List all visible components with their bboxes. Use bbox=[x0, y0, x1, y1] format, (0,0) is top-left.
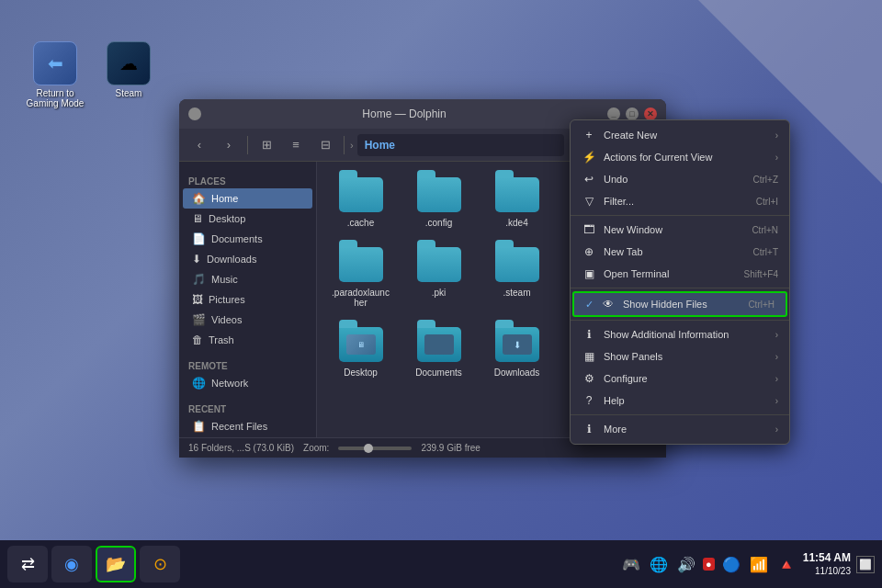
show-panels-arrow: › bbox=[775, 352, 778, 362]
pictures-icon: 🖼 bbox=[192, 293, 203, 306]
browser-icon: ◉ bbox=[64, 554, 79, 574]
menu-item-actions-view[interactable]: ⚡ Actions for Current View › bbox=[571, 146, 789, 168]
network-tray-icon[interactable]: 🌐 bbox=[648, 554, 670, 575]
menu-item-configure[interactable]: ⚙ Configure › bbox=[571, 368, 789, 390]
dolphin-sidebar: Places 🏠 Home 🖥 Desktop 📄 Documents bbox=[179, 162, 317, 437]
taskbar-btn-switch[interactable]: ⇄ bbox=[7, 546, 48, 582]
menu-item-more-label: More bbox=[604, 424, 627, 435]
context-menu: + Create New › ⚡ Actions for Current Vie… bbox=[570, 119, 790, 445]
file-label-paradox: .paradoxlauncher bbox=[330, 288, 391, 308]
window-question[interactable]: ? bbox=[188, 107, 201, 120]
sidebar-item-downloads[interactable]: ⬇ Downloads bbox=[183, 249, 312, 269]
record-tray-icon[interactable]: ● bbox=[703, 558, 715, 571]
sidebar-section-remote: Remote 🌐 Network bbox=[179, 354, 316, 397]
file-item-desktop-folder[interactable]: 🖥 Desktop bbox=[326, 321, 395, 381]
sidebar-item-videos[interactable]: 🎬 Videos bbox=[183, 310, 312, 330]
new-tab-icon: ⊕ bbox=[582, 245, 596, 258]
sidebar-item-trash[interactable]: 🗑 Trash bbox=[183, 330, 312, 350]
window-minimize-btn[interactable]: _ bbox=[607, 107, 620, 120]
more-icon: ℹ bbox=[582, 423, 596, 435]
taskbar-clock[interactable]: 11:54 AM 11/10/23 bbox=[803, 551, 851, 578]
menu-item-new-tab[interactable]: ⊕ New Tab Ctrl+T bbox=[571, 241, 789, 263]
file-item-cache[interactable]: .cache bbox=[326, 171, 395, 232]
file-item-config[interactable]: .config bbox=[404, 171, 473, 232]
show-additional-icon: ℹ bbox=[582, 328, 596, 341]
files-icon: 📂 bbox=[106, 554, 126, 574]
window-close-btn[interactable]: ✕ bbox=[644, 107, 657, 120]
menu-item-undo[interactable]: ↩ Undo Ctrl+Z bbox=[571, 168, 789, 190]
zoom-label: Zoom: bbox=[303, 443, 329, 453]
taskbar-btn-browser[interactable]: ◉ bbox=[51, 546, 92, 582]
volume-tray-icon[interactable]: 🔊 bbox=[675, 554, 697, 575]
file-item-kde4[interactable]: .kde4 bbox=[482, 171, 551, 232]
sidebar-section-recent-title: Recent bbox=[179, 401, 316, 416]
steam-tray-icon[interactable]: 🎮 bbox=[620, 554, 642, 575]
menu-item-filter[interactable]: ▽ Filter... Ctrl+I bbox=[571, 190, 789, 212]
file-item-steam[interactable]: .steam bbox=[482, 241, 551, 311]
toolbar-separator-1 bbox=[247, 136, 248, 154]
menu-item-show-hidden[interactable]: ✓ 👁 Show Hidden Files Ctrl+H bbox=[572, 291, 787, 317]
address-bar[interactable]: Home bbox=[357, 134, 564, 156]
menu-item-show-hidden-label: Show Hidden Files bbox=[623, 299, 707, 310]
menu-item-open-terminal[interactable]: ▣ Open Terminal Shift+F4 bbox=[571, 263, 789, 285]
menu-item-show-additional[interactable]: ℹ Show Additional Information › bbox=[571, 323, 789, 345]
taskbar-btn-files[interactable]: 📂 bbox=[96, 546, 136, 582]
desktop-icon-return-gaming[interactable]: ⬅ Return to Gaming Mode bbox=[23, 41, 87, 108]
sidebar-item-desktop[interactable]: 🖥 Desktop bbox=[183, 209, 312, 229]
desktop-icon: 🖥 bbox=[192, 212, 203, 225]
file-item-paradox[interactable]: .paradoxlauncher bbox=[326, 241, 395, 311]
undo-shortcut: Ctrl+Z bbox=[753, 175, 779, 185]
toolbar-separator-2 bbox=[344, 136, 345, 154]
menu-item-show-additional-label: Show Additional Information bbox=[604, 329, 729, 340]
menu-item-configure-label: Configure bbox=[604, 373, 648, 384]
recent-files-icon: 📋 bbox=[192, 420, 206, 433]
menu-item-create-new[interactable]: + Create New › bbox=[571, 124, 789, 146]
view-compact-btn[interactable]: ⊟ bbox=[312, 133, 338, 157]
file-item-documents-folder[interactable]: Documents bbox=[404, 321, 473, 381]
trash-icon: 🗑 bbox=[192, 334, 203, 346]
clock-date: 11/10/23 bbox=[803, 565, 851, 577]
file-label-cache: .cache bbox=[347, 218, 374, 228]
view-icon-btn[interactable]: ⊞ bbox=[254, 133, 279, 157]
address-arrow: › bbox=[350, 140, 354, 151]
expand-tray-icon[interactable]: 🔺 bbox=[775, 554, 797, 575]
desktop-icon-steam[interactable]: ☁ Steam bbox=[96, 41, 161, 98]
file-label-desktop: Desktop bbox=[344, 368, 378, 378]
taskbar-btn-chrome[interactable]: ⊙ bbox=[140, 546, 180, 582]
forward-button[interactable]: › bbox=[216, 133, 242, 157]
new-tab-shortcut: Ctrl+T bbox=[753, 247, 779, 257]
file-item-pki[interactable]: .pki bbox=[404, 241, 473, 311]
new-window-shortcut: Ctrl+N bbox=[752, 225, 778, 235]
menu-item-new-window-label: New Window bbox=[604, 224, 662, 235]
view-list-btn[interactable]: ≡ bbox=[283, 133, 309, 157]
bluetooth-tray-icon[interactable]: 🔵 bbox=[720, 554, 742, 575]
menu-item-show-panels[interactable]: ▦ Show Panels › bbox=[571, 345, 789, 368]
taskbar: ⇄ ◉ 📂 ⊙ 🎮 🌐 🔊 ● 🔵 📶 🔺 11:54 AM 11/10/23 bbox=[0, 540, 882, 588]
wifi-tray-icon[interactable]: 📶 bbox=[748, 554, 770, 575]
sidebar-item-music[interactable]: 🎵 Music bbox=[183, 269, 312, 289]
sidebar-item-documents[interactable]: 📄 Documents bbox=[183, 229, 312, 249]
sidebar-item-recent-files[interactable]: 📋 Recent Files bbox=[183, 416, 312, 436]
menu-item-more[interactable]: ℹ More › bbox=[571, 418, 789, 440]
help-icon: ? bbox=[582, 394, 596, 407]
menu-item-help[interactable]: ? Help › bbox=[571, 390, 789, 412]
file-item-downloads-folder[interactable]: ⬇ Downloads bbox=[482, 321, 551, 381]
menu-item-new-window[interactable]: 🗔 New Window Ctrl+N bbox=[571, 219, 789, 241]
sidebar-item-pictures-label: Pictures bbox=[209, 294, 245, 305]
sidebar-item-home[interactable]: 🏠 Home bbox=[183, 188, 312, 209]
sidebar-item-network[interactable]: 🌐 Network bbox=[183, 373, 312, 393]
back-button[interactable]: ‹ bbox=[187, 133, 212, 157]
menu-item-help-label: Help bbox=[604, 395, 625, 406]
downloads-icon: ⬇ bbox=[192, 253, 201, 266]
create-new-icon: + bbox=[582, 129, 596, 141]
actions-view-arrow: › bbox=[775, 153, 778, 163]
sidebar-item-pictures[interactable]: 🖼 Pictures bbox=[183, 289, 312, 310]
menu-item-undo-label: Undo bbox=[604, 174, 628, 185]
documents-icon: 📄 bbox=[192, 232, 206, 245]
file-label-config: .config bbox=[425, 218, 452, 228]
desktop-icon-label: Return to Gaming Mode bbox=[23, 88, 87, 108]
sidebar-item-videos-label: Videos bbox=[211, 314, 242, 325]
window-maximize-btn[interactable]: □ bbox=[626, 107, 639, 120]
zoom-slider[interactable] bbox=[338, 447, 412, 450]
show-desktop-icon[interactable]: ⬜ bbox=[856, 556, 875, 573]
